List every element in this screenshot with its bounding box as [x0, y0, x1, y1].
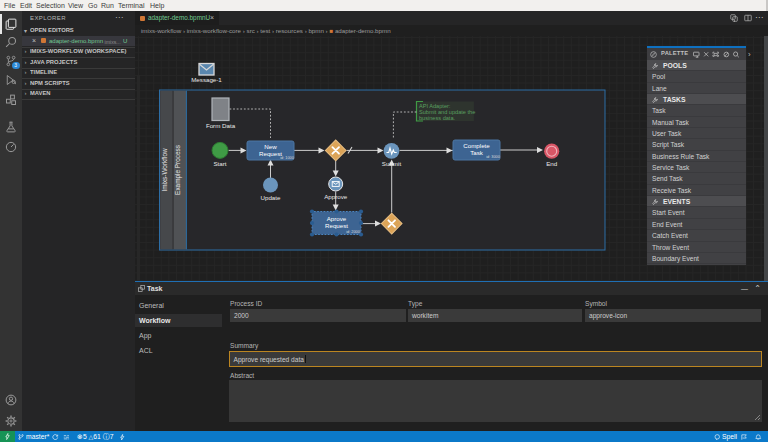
svg-text:Update: Update [261, 194, 282, 201]
svg-text:Approve: Approve [324, 193, 348, 200]
svg-text:Start: Start [213, 160, 226, 167]
svg-text:id: 2000: id: 2000 [346, 230, 360, 234]
svg-text:id: 1000: id: 1000 [280, 156, 294, 160]
svg-text:Complete: Complete [463, 142, 490, 149]
svg-text:New: New [264, 143, 277, 150]
svg-text:Example Process: Example Process [174, 145, 182, 195]
svg-text:End: End [546, 160, 558, 167]
svg-text:Task: Task [470, 149, 484, 156]
svg-text:Form Data: Form Data [206, 122, 236, 129]
svg-text:Request: Request [259, 150, 282, 157]
svg-text:Aprove: Aprove [327, 215, 347, 222]
svg-text:business data.: business data. [419, 115, 456, 121]
svg-text:Submit: Submit [382, 160, 402, 167]
svg-text:Imixs-Workflow: Imixs-Workflow [161, 148, 168, 192]
svg-text:id: 3000: id: 3000 [486, 155, 500, 159]
svg-text:Request: Request [325, 222, 348, 229]
svg-text:Message-1: Message-1 [191, 76, 222, 83]
